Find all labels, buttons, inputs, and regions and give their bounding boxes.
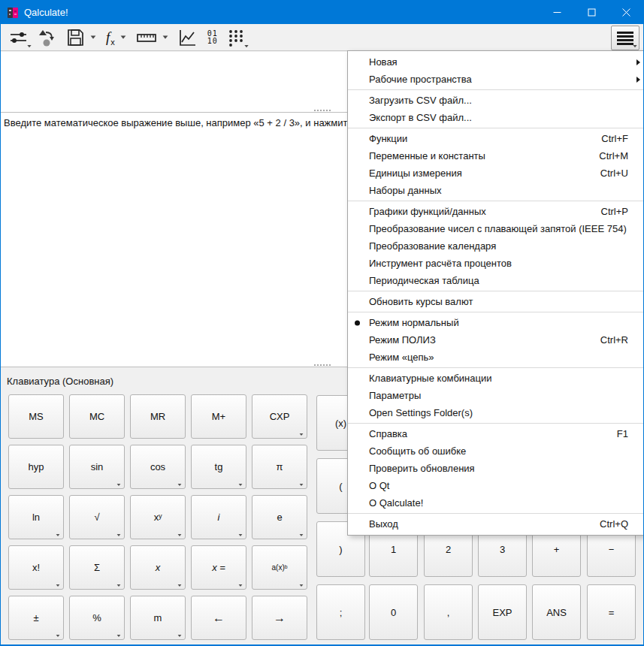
menu-item[interactable]: Режим «цепь» (348, 349, 643, 366)
menu-item[interactable]: Графики функций/данныхCtrl+P (348, 203, 643, 220)
key-,[interactable]: , (424, 584, 473, 640)
key-→[interactable]: → (252, 596, 307, 640)
menu-item[interactable]: Параметры (348, 387, 643, 404)
number-bases-button[interactable]: 0110 (204, 26, 221, 49)
key-EXP[interactable]: EXP (478, 584, 527, 640)
menu-item[interactable]: Режим ПОЛИЗCtrl+R (348, 331, 643, 349)
menu-item-label: Клавиатурные комбинации (369, 373, 492, 384)
menu-item[interactable]: Режим нормальный (348, 314, 643, 331)
dropdown-caret-icon (239, 584, 243, 587)
minimize-button[interactable] (540, 1, 574, 24)
key-e[interactable]: e (252, 495, 307, 539)
main-menu-button[interactable] (611, 26, 639, 50)
menu-item[interactable]: Наборы данных (348, 182, 643, 199)
key-tg[interactable]: tg (191, 445, 246, 489)
key-label: ; (340, 607, 343, 618)
menu-item[interactable]: Новая (348, 53, 643, 71)
splitter-dots-icon[interactable] (314, 364, 331, 366)
menu-item[interactable]: ВыходCtrl+Q (348, 515, 643, 533)
menu-item[interactable]: Единицы измеренияCtrl+U (348, 165, 643, 182)
key-x![interactable]: x! (8, 545, 64, 590)
key-ln[interactable]: ln (8, 495, 64, 539)
key-label: MS (29, 411, 44, 422)
menu-item-label: Open Settings Folder(s) (369, 407, 473, 418)
save-button[interactable] (63, 26, 99, 49)
key-label: ) (339, 544, 342, 555)
maximize-button[interactable] (574, 1, 609, 24)
splitter-dots-icon (314, 110, 331, 111)
key-label: hyp (29, 461, 44, 472)
functions-button[interactable]: fx (103, 26, 129, 49)
menu-separator (348, 128, 643, 128)
dropdown-caret-icon (239, 534, 243, 536)
key-Σ[interactable]: Σ (69, 545, 125, 590)
key-label: M+ (212, 411, 225, 422)
menu-item[interactable]: Проверить обновления (348, 460, 643, 477)
menu-item[interactable]: Экспорт в CSV файл... (348, 109, 643, 126)
menu-item[interactable]: Преобразование календаря (348, 237, 643, 255)
menu-item[interactable]: ФункцииCtrl+F (348, 130, 643, 147)
close-button[interactable] (609, 1, 643, 24)
menu-item-shortcut: Ctrl+R (582, 334, 628, 346)
key-label: a(x)ᵇ (272, 563, 288, 572)
key-MR[interactable]: MR (130, 394, 186, 439)
menu-item[interactable]: Переменные и константыCtrl+M (348, 147, 643, 165)
dropdown-caret-icon (178, 584, 182, 587)
key-sin[interactable]: sin (69, 445, 125, 489)
key-0[interactable]: 0 (369, 584, 418, 640)
key-m[interactable]: m (130, 596, 186, 640)
menu-item-label: Загрузить CSV файл... (369, 95, 472, 106)
key-%[interactable]: % (69, 596, 125, 640)
menu-item[interactable]: Сообщить об ошибке (348, 442, 643, 460)
key-x =[interactable]: x = (191, 545, 246, 590)
menu-item[interactable]: Периодическая таблица (348, 272, 643, 289)
key-MS[interactable]: MS (8, 394, 64, 439)
dropdown-caret-icon (120, 35, 125, 38)
key-←[interactable]: ← (191, 596, 246, 640)
key-label: CXP (270, 411, 290, 422)
menu-item-label: Экспорт в CSV файл... (369, 112, 472, 123)
key-π[interactable]: π (252, 445, 307, 489)
key-ANS[interactable]: ANS (532, 584, 581, 640)
workspace-button[interactable] (35, 26, 59, 49)
key-√[interactable]: √ (69, 495, 125, 539)
key-i[interactable]: i (191, 495, 246, 539)
keypad-toggle-button[interactable] (225, 26, 248, 49)
menu-item[interactable]: Преобразование чисел с плавающей запятой… (348, 220, 643, 237)
key-xʸ[interactable]: xʸ (130, 495, 186, 539)
menu-item[interactable]: О Qalculate! (348, 494, 643, 512)
key-=[interactable]: = (587, 584, 636, 640)
titlebar[interactable]: Qalculate! (1, 1, 643, 24)
key-;[interactable]: ; (316, 584, 365, 640)
maximize-icon (588, 8, 596, 17)
menu-item[interactable]: Обновить курсы валют (348, 293, 643, 310)
dropdown-caret-icon (178, 534, 182, 536)
key-x[interactable]: x (130, 545, 186, 590)
key-±[interactable]: ± (8, 596, 64, 640)
menu-item[interactable]: Инструмент расчёта процентов (348, 255, 643, 272)
key-hyp[interactable]: hyp (8, 445, 64, 489)
menu-item[interactable]: СправкаF1 (348, 425, 643, 442)
key-a(x)ᵇ[interactable]: a(x)ᵇ (252, 545, 307, 590)
submenu-arrow-icon (636, 59, 640, 65)
plot-button[interactable] (175, 26, 201, 49)
key-MC[interactable]: MC (69, 394, 125, 439)
dropdown-caret-icon (117, 635, 121, 637)
ruler-icon (136, 28, 157, 47)
key-M+[interactable]: M+ (191, 394, 246, 439)
menu-item-shortcut: Ctrl+F (583, 133, 628, 144)
dropdown-caret-icon (178, 635, 182, 637)
menu-item[interactable]: Open Settings Folder(s) (348, 404, 643, 421)
key-label: tg (215, 461, 223, 472)
mode-button[interactable] (6, 26, 31, 49)
menu-item[interactable]: Загрузить CSV файл... (348, 92, 643, 109)
key-cos[interactable]: cos (130, 445, 186, 489)
key-CXP[interactable]: CXP (252, 394, 307, 439)
menu-item[interactable]: Клавиатурные комбинации (348, 370, 643, 387)
menu-item[interactable]: Рабочие пространства (348, 71, 643, 88)
key-label: 3 (500, 544, 505, 555)
window-title: Qalculate! (24, 7, 540, 18)
menu-item[interactable]: О Qt (348, 477, 643, 494)
fx-icon: fx (106, 30, 115, 45)
units-button[interactable] (133, 26, 171, 49)
